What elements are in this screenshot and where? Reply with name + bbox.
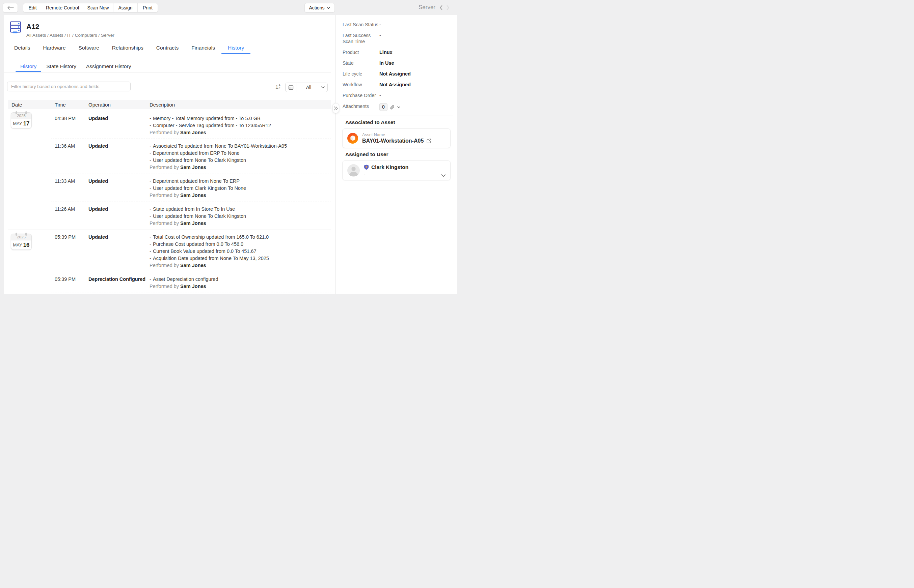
tab-details[interactable]: Details [14, 40, 30, 54]
sidebar-collapse-button[interactable] [332, 103, 339, 113]
time-cell: 11:26 AM [55, 206, 88, 227]
user-avatar [347, 164, 360, 177]
back-arrow-icon [7, 6, 14, 10]
tab-history[interactable]: History [228, 40, 244, 54]
attachments-count-badge[interactable]: 0 [379, 103, 387, 111]
prop-label: Life cycle [343, 71, 379, 77]
operation-cell: Updated [88, 115, 149, 136]
range-selected-value: All [297, 85, 321, 90]
badge-day: 17 [23, 120, 30, 127]
performed-by: Performed by Sam Jones [149, 129, 331, 136]
prop-product: Product Linux [343, 49, 457, 55]
calendar-icon [288, 85, 293, 90]
calendar-pin [25, 111, 27, 114]
content-panel: A12 All Assets / Assets / IT / Computers… [4, 15, 457, 294]
assign-button[interactable]: Assign [113, 3, 138, 12]
badge-year: 2025 [11, 234, 31, 241]
description-line: User updated from None To Clark Kingston [153, 213, 246, 220]
column-header-description: Description [149, 102, 331, 108]
table-row: 11:33 AM Updated -Department updated fro… [8, 174, 331, 202]
previous-record-icon[interactable] [439, 5, 442, 10]
calendar-pin [25, 233, 27, 236]
associated-asset-card[interactable]: Asset Name BAY01-Workstation-A05 [342, 128, 451, 148]
associated-to-asset-heading: Associated to Asset [345, 120, 457, 125]
row-separator [51, 292, 331, 293]
description-cell: -Memory - Total Memory updated from - To… [149, 115, 331, 136]
operation-cell: Updated [88, 143, 149, 171]
description-line: Computer - Service Tag updated from - To… [153, 122, 271, 129]
tab-software[interactable]: Software [79, 40, 99, 54]
assigned-user-card[interactable]: Clark Kingston - [342, 160, 451, 180]
sort-z: Z [279, 87, 280, 89]
column-header-time: Time [55, 102, 88, 108]
date-cell: 2025 MAY 17 [8, 115, 55, 136]
back-button[interactable] [3, 3, 18, 13]
prop-last-scan-status: Last Scan Status - [343, 22, 457, 27]
scan-now-button[interactable]: Scan Now [83, 3, 113, 12]
description-line: State updated from In Store To In Use [153, 206, 235, 213]
chevron-down-icon[interactable] [397, 106, 400, 108]
asset-name-label: Asset Name [362, 132, 431, 137]
calendar-button[interactable] [285, 83, 297, 92]
table-row: 05:39 PM Depreciation Configured -Asset … [8, 272, 331, 292]
prop-value: Not Assigned [379, 82, 411, 88]
asset-cube-icon [347, 133, 358, 144]
record-type-label: Server [418, 4, 435, 11]
performed-by: Performed by Sam Jones [149, 192, 331, 199]
date-cell [8, 276, 55, 290]
time-cell: 05:39 PM [55, 234, 88, 269]
time-cell: 11:36 AM [55, 143, 88, 171]
date-range-filter: All [285, 82, 328, 92]
description-line: Associated To updated from None To BAY01… [153, 143, 287, 150]
table-row: 11:26 AM Updated -State updated from In … [8, 202, 331, 229]
description-line: Memory - Total Memory updated from - To … [153, 115, 261, 122]
subtab-assignment-history[interactable]: Assignment History [86, 61, 131, 72]
role-shield-icon [364, 165, 369, 170]
toolbar-button-group: Edit Remote Control Scan Now Assign Prin… [23, 3, 158, 13]
prop-label: Product [343, 49, 379, 55]
range-select[interactable]: All [297, 85, 327, 90]
next-record-icon[interactable] [447, 5, 450, 10]
tab-relationships[interactable]: Relationships [112, 40, 143, 54]
description-line: Total Cost of Ownership updated from 165… [153, 234, 269, 241]
actions-button[interactable]: Actions [305, 3, 335, 13]
double-chevron-right-icon [334, 106, 338, 111]
operation-cell: Updated [88, 234, 149, 269]
badge-year: 2025 [11, 113, 31, 119]
prop-label: Last Scan Status [343, 22, 379, 27]
calendar-pin [16, 111, 17, 114]
subtab-state-history[interactable]: State History [46, 61, 76, 72]
paperclip-icon[interactable] [390, 105, 395, 110]
performed-by: Performed by Sam Jones [149, 283, 331, 290]
prop-value: In Use [379, 60, 394, 66]
associated-asset-name[interactable]: BAY01-Workstation-A05 [362, 138, 424, 144]
sidebar-divider [340, 116, 453, 116]
print-button[interactable]: Print [138, 3, 158, 12]
description-line: Purchase Cost updated from 0.0 To 456.0 [153, 241, 243, 248]
description-line: Department updated from ERP To None [153, 150, 240, 157]
table-row: 2025 MAY 17 04:38 PM Updated -Memory - T… [8, 109, 331, 139]
subtab-history[interactable]: History [20, 61, 36, 72]
badge-day: 16 [23, 242, 30, 249]
description-line: Acquisition Date updated from None To Ma… [153, 255, 269, 262]
description-line: User updated from None To Clark Kingston [153, 157, 246, 164]
date-cell [8, 143, 55, 171]
tab-financials[interactable]: Financials [191, 40, 215, 54]
tab-contracts[interactable]: Contracts [156, 40, 178, 54]
edit-button[interactable]: Edit [23, 3, 42, 12]
operation-cell: Updated [88, 178, 149, 199]
external-link-icon[interactable] [427, 139, 431, 143]
subtab-bar: History State History Assignment History [4, 61, 331, 73]
prop-label: Last Success Scan Time [343, 32, 379, 45]
prop-value: - [379, 32, 381, 45]
table-row: 2025 MAY 16 05:39 PM Updated -Total Cost… [8, 230, 331, 272]
tab-hardware[interactable]: Hardware [43, 40, 65, 54]
chevron-down-icon[interactable] [441, 174, 446, 177]
prop-label: State [343, 60, 379, 66]
remote-control-button[interactable]: Remote Control [42, 3, 83, 12]
server-asset-icon [10, 21, 22, 33]
assigned-user-name: Clark Kingston [371, 164, 408, 170]
history-filter-input[interactable] [7, 82, 131, 91]
sort-order-icon[interactable]: 1 AZ [275, 84, 280, 89]
date-cell: 2025 MAY 16 [8, 234, 55, 269]
